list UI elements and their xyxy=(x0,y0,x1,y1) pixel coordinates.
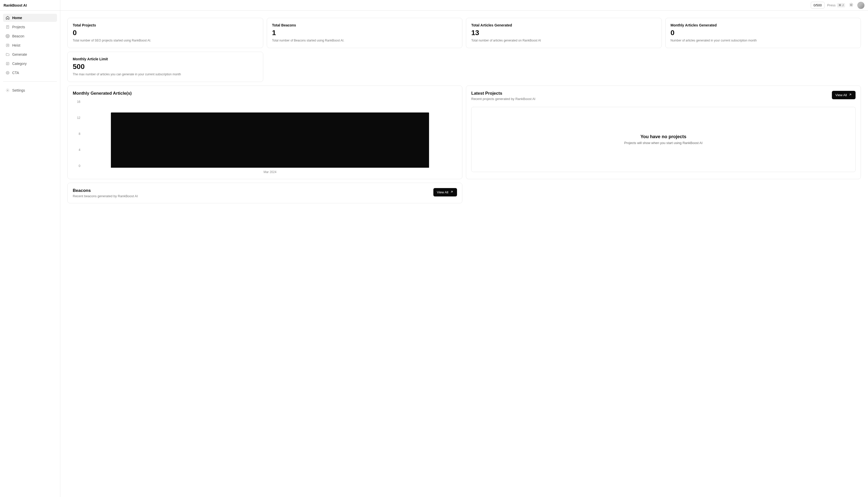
beacons-subtitle: Recent beacons generated by RankBoost AI xyxy=(73,194,138,198)
stat-title: Total Articles Generated xyxy=(471,23,657,27)
content: Total Projects 0 Total number of SEO pro… xyxy=(60,11,868,211)
stat-value: 0 xyxy=(671,29,856,37)
sidebar-item-home[interactable]: Home xyxy=(3,14,57,22)
arrow-up-right-icon xyxy=(849,93,852,97)
sidebar-item-label: Generate xyxy=(12,53,27,57)
sidebar-nav-secondary: Settings xyxy=(0,83,60,98)
chart-y-axis: 16 12 8 4 0 xyxy=(73,100,80,168)
press-hint-label: Press xyxy=(827,3,836,7)
svg-point-1 xyxy=(7,36,8,37)
beacon-icon xyxy=(5,34,10,38)
button-label: View All xyxy=(836,93,847,97)
stat-value: 500 xyxy=(73,62,258,71)
app-title: RankBoost AI xyxy=(0,0,60,11)
sidebar-item-heist[interactable]: Heist xyxy=(3,41,57,49)
stat-card-monthly-limit: Monthly Article Limit 500 The max number… xyxy=(68,52,263,82)
stat-desc: Total number of Beacons started using Ra… xyxy=(272,39,457,43)
chart-ytick: 4 xyxy=(73,148,80,152)
stats-row-2: Monthly Article Limit 500 The max number… xyxy=(68,52,861,82)
stat-card-total-articles: Total Articles Generated 13 Total number… xyxy=(466,18,662,48)
main: 0/500 Press ⌘ J Total Projects 0 Total n… xyxy=(60,0,868,497)
sidebar-item-label: Settings xyxy=(12,88,25,93)
stat-title: Total Beacons xyxy=(272,23,457,27)
chart-ytick: 16 xyxy=(73,100,80,103)
chart-x-axis: Mar 2024 xyxy=(83,170,457,174)
sidebar-item-label: Heist xyxy=(12,43,20,47)
svg-point-2 xyxy=(6,35,9,37)
svg-point-9 xyxy=(851,4,852,5)
settings-icon xyxy=(5,88,10,93)
category-icon xyxy=(5,61,10,66)
stat-card-monthly-articles: Monthly Articles Generated 0 Number of a… xyxy=(665,18,861,48)
projects-icon xyxy=(5,25,10,29)
stat-value: 0 xyxy=(73,29,258,37)
theme-toggle-button[interactable] xyxy=(848,2,855,9)
view-all-beacons-button[interactable]: View All xyxy=(433,188,457,197)
stat-card-total-beacons: Total Beacons 1 Total number of Beacons … xyxy=(267,18,462,48)
button-label: View All xyxy=(437,190,448,194)
generate-icon xyxy=(5,53,10,57)
stat-desc: Total number of SEO projects started usi… xyxy=(73,39,258,43)
sidebar-item-label: Beacon xyxy=(12,34,24,38)
beacons-panel: Beacons Recent beacons generated by Rank… xyxy=(68,183,462,203)
panels-row-2: Beacons Recent beacons generated by Rank… xyxy=(68,183,861,203)
kbd-shortcut: ⌘ J xyxy=(837,3,845,8)
stat-card-total-projects: Total Projects 0 Total number of SEO pro… xyxy=(68,18,263,48)
stat-desc: The max number of articles you can gener… xyxy=(73,72,258,76)
sidebar-item-cta[interactable]: CTA xyxy=(3,69,57,77)
panel-header: Beacons Recent beacons generated by Rank… xyxy=(73,188,457,198)
sidebar-item-projects[interactable]: Projects xyxy=(3,23,57,31)
command-palette-hint[interactable]: Press ⌘ J xyxy=(827,3,845,8)
sidebar-item-settings[interactable]: Settings xyxy=(3,86,57,95)
sidebar-item-label: Projects xyxy=(12,25,25,29)
latest-projects-panel: Latest Projects Recent projects generate… xyxy=(466,85,861,179)
bar-chart: 16 12 8 4 0 Mar 2024 xyxy=(73,100,457,174)
cta-icon xyxy=(5,71,10,75)
sidebar: RankBoost AI Home Projects Beacon xyxy=(0,0,60,497)
panel-header: Latest Projects Recent projects generate… xyxy=(471,91,855,101)
empty-projects-state: You have no projects Projects will show … xyxy=(471,107,855,172)
sidebar-item-generate[interactable]: Generate xyxy=(3,51,57,58)
arrow-up-right-icon xyxy=(450,190,454,195)
stats-grid: Total Projects 0 Total number of SEO pro… xyxy=(68,18,861,48)
heist-icon xyxy=(5,43,10,47)
svg-point-8 xyxy=(7,90,8,91)
svg-point-6 xyxy=(6,71,9,74)
stat-value: 13 xyxy=(471,29,657,37)
latest-projects-title: Latest Projects xyxy=(471,91,535,96)
avatar[interactable] xyxy=(857,2,865,9)
stat-desc: Total number of articles generated on Ra… xyxy=(471,39,657,43)
stat-title: Monthly Articles Generated xyxy=(671,23,856,27)
sidebar-item-category[interactable]: Category xyxy=(3,59,57,68)
chart-ytick: 12 xyxy=(73,116,80,119)
latest-projects-subtitle: Recent projects generated by RankBoost A… xyxy=(471,97,535,101)
sidebar-nav: Home Projects Beacon Heist xyxy=(0,11,60,80)
stat-title: Monthly Article Limit xyxy=(73,57,258,61)
sun-icon xyxy=(849,2,853,8)
panels-row: Monthly Generated Article(s) 16 12 8 4 0 xyxy=(68,85,861,179)
chart-panel-title: Monthly Generated Article(s) xyxy=(73,91,457,96)
stat-desc: Number of articles generated in your cur… xyxy=(671,39,856,43)
usage-badge[interactable]: 0/500 xyxy=(811,2,825,9)
svg-rect-0 xyxy=(6,26,9,28)
chart-ytick: 0 xyxy=(73,164,80,168)
home-icon xyxy=(5,16,10,20)
chart-xtick: Mar 2024 xyxy=(264,170,277,174)
stat-title: Total Projects xyxy=(73,23,258,27)
chart-bar xyxy=(111,113,429,168)
empty-projects-title: You have no projects xyxy=(641,134,687,140)
beacons-title: Beacons xyxy=(73,188,138,193)
stat-value: 1 xyxy=(272,29,457,37)
view-all-projects-button[interactable]: View All xyxy=(832,91,855,99)
chart-panel: Monthly Generated Article(s) 16 12 8 4 0 xyxy=(68,85,462,179)
sidebar-item-beacon[interactable]: Beacon xyxy=(3,32,57,40)
sidebar-item-label: Home xyxy=(12,16,22,20)
chart-bars xyxy=(83,100,457,168)
empty-projects-desc: Projects will show when you start using … xyxy=(624,141,703,145)
topbar: 0/500 Press ⌘ J xyxy=(60,0,868,11)
svg-point-7 xyxy=(7,72,8,73)
sidebar-item-label: CTA xyxy=(12,71,19,75)
sidebar-item-label: Category xyxy=(12,61,27,66)
chart-ytick: 8 xyxy=(73,132,80,136)
